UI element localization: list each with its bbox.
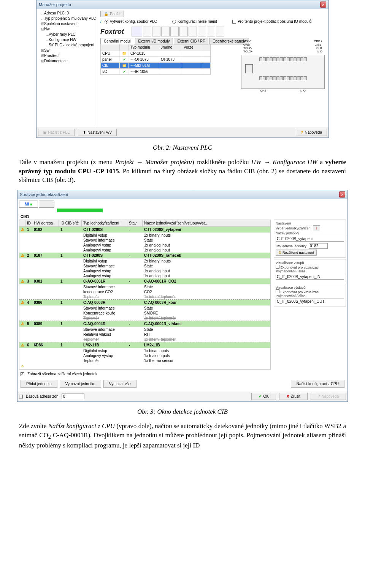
help-button[interactable]: ?Nápověda bbox=[296, 129, 327, 136]
export-checkbox[interactable] bbox=[276, 289, 279, 293]
show-all-checkbox[interactable]: ✓ bbox=[21, 372, 24, 376]
device-sub-row: Digitální vstup2x binary inputs bbox=[19, 233, 270, 238]
close-icon[interactable]: ✕ bbox=[320, 2, 326, 8]
settings-panel: Nastavení Výběr jednotky/zařízení ↑ Náze… bbox=[274, 220, 346, 370]
help-icon: ? bbox=[318, 394, 320, 398]
device-sub-row: Koncentrace kouřeSMOKE bbox=[19, 311, 270, 316]
up-button[interactable]: ↑ bbox=[313, 225, 320, 231]
device-sub-row: Analogový výstup1x triak outputs bbox=[19, 353, 270, 358]
folder-icon[interactable]: 📁 bbox=[122, 63, 127, 68]
tree-item[interactable]: Síť PLC - logické propojení bbox=[49, 43, 94, 47]
col-type: Typ modulu bbox=[129, 44, 159, 50]
device-row[interactable]: ⚠101821C-IT-0200S-C-IT-0200S_vytapeni bbox=[19, 227, 270, 233]
check-icon: ✓ bbox=[123, 70, 126, 74]
device-sub-row: Analogový vstup1x analog input bbox=[19, 248, 270, 253]
device-sub-row: Analogový vstup1x analog input bbox=[19, 243, 270, 248]
col-type: Typ jednotky/zařízení bbox=[82, 220, 127, 226]
warning-icon: ⚠ bbox=[21, 322, 24, 326]
tab-cib-rf[interactable]: Externí CIB / RF bbox=[174, 38, 208, 44]
io-icon: ⬍ bbox=[83, 130, 86, 134]
tab-external-io[interactable]: Externí I/O moduly bbox=[135, 38, 173, 44]
device-manager-window: Správce jednotek/zařízení ✕ MI ■ CIB1 ID… bbox=[17, 190, 348, 402]
info-icon: i bbox=[100, 19, 102, 24]
tab-mi[interactable]: MI ■ bbox=[19, 201, 38, 208]
device-sub-row: Analogový vstup1x analog input bbox=[19, 269, 270, 273]
advanced-settings-button[interactable]: ⚙Rozšířené nastavení bbox=[276, 250, 317, 256]
device-sub-row: Analogový vstup1x analog input bbox=[19, 273, 270, 278]
apply-button[interactable]: 🔒Použít bbox=[100, 11, 124, 17]
device-sub-row: Stavové informaceState bbox=[19, 285, 270, 289]
load-from-plc-button[interactable]: ▣Načíst z PLC bbox=[38, 129, 75, 136]
tree-item[interactable]: Společná nastavení bbox=[44, 22, 78, 26]
device-sub-row-disabled: Teploměr1x interní teploměr bbox=[19, 316, 270, 321]
cancel-button[interactable]: ✘Zrušit bbox=[279, 393, 308, 400]
device-row[interactable]: ⚠66D861LM2-11B-LM2-11B bbox=[19, 342, 270, 348]
progress-bar bbox=[57, 209, 103, 212]
help-button[interactable]: ?Nápověda bbox=[311, 393, 346, 400]
window-title: Manažer projektu bbox=[39, 2, 71, 7]
col-state: Stav bbox=[127, 220, 143, 226]
table-row-selected[interactable]: CIB 📁 ~~MI2-01M bbox=[101, 62, 210, 68]
delete-unit-button[interactable]: Vymazat jednotku bbox=[60, 380, 101, 388]
help-icon: ? bbox=[301, 130, 303, 134]
ok-button[interactable]: ✔OK bbox=[251, 393, 276, 400]
tree-item[interactable]: Výběr řady PLC bbox=[49, 32, 76, 36]
device-sub-row: Digitální vstup1x binar inputs bbox=[19, 348, 270, 353]
gear-icon: ⚙ bbox=[278, 251, 281, 254]
tree-item[interactable]: Typ připojení: Simulovaný PLC bbox=[44, 16, 96, 21]
table-row[interactable]: panel ✓ ~~OI-1073OI-1073 bbox=[101, 56, 210, 62]
window-footer: Bázová adresa zón ✔OK ✘Zrušit ?Nápověda bbox=[17, 391, 348, 401]
device-sub-row: Digitální vstup2x binary inputs bbox=[19, 259, 270, 264]
project-tree[interactable]: …Adresa PLC: 0 …Typ připojení: Simulovan… bbox=[36, 9, 97, 127]
figure-caption: Obr. 3: Okno detekce jednotek CIB bbox=[19, 407, 346, 416]
tree-item[interactable]: Sw bbox=[44, 48, 49, 52]
vis-inputs-label: Vizualizace vstupů bbox=[276, 261, 344, 265]
radio-create-config[interactable] bbox=[105, 20, 108, 24]
device-sub-row: Stavové informaceState bbox=[19, 306, 270, 311]
close-icon[interactable]: ✕ bbox=[339, 191, 345, 198]
warning-icon: ⚠ bbox=[21, 279, 24, 283]
unit-name-input[interactable] bbox=[276, 236, 344, 242]
add-unit-button[interactable]: Přidat jednotku bbox=[21, 380, 57, 388]
table-row[interactable]: I/O ✓ ~~IR-1056 bbox=[101, 68, 210, 74]
col-id: ID bbox=[25, 220, 32, 226]
base-address-checkbox[interactable] bbox=[19, 395, 23, 398]
alias-in-input[interactable] bbox=[276, 274, 344, 280]
table-row[interactable]: CPU 📁 CP-1015 bbox=[101, 50, 210, 56]
status-indicator-icon: ■ bbox=[30, 202, 32, 206]
document-text: Obr. 2: Nastavení PLC Dále v manažeru pr… bbox=[0, 138, 365, 190]
device-row[interactable]: ⚠303811C-AQ-0001R-C-AQ-0001R_CO2 bbox=[19, 278, 270, 285]
alias-out-input[interactable] bbox=[276, 299, 344, 304]
brand-label: Foxtrot bbox=[100, 28, 124, 36]
tree-item[interactable]: Prostředí bbox=[44, 54, 60, 58]
tab-empty[interactable] bbox=[39, 201, 54, 208]
tab-central[interactable]: Centrální modul bbox=[100, 38, 134, 44]
col-hw-address: HW adresa bbox=[32, 220, 59, 226]
device-row-empty: ⚠ bbox=[19, 363, 270, 369]
device-table: ID HW adresa ID CIB sítě Typ jednotky/za… bbox=[19, 220, 271, 370]
tree-item[interactable]: Adresa PLC: 0 bbox=[44, 11, 69, 15]
figure-caption: Obr. 2: Nastavení PLC bbox=[19, 143, 346, 152]
device-row[interactable]: ⚠403861C-AQ-0003R-C-AQ-0003R_kour bbox=[19, 300, 270, 306]
io-settings-button[interactable]: ⬍Nastavení V/V bbox=[78, 129, 117, 136]
device-row[interactable]: ⚠503891C-AQ-0004R-C-AQ-0004R_vlhkost bbox=[19, 321, 270, 327]
tree-item[interactable]: Hw bbox=[44, 27, 49, 31]
hw-address-input[interactable] bbox=[309, 243, 328, 249]
export-checkbox[interactable] bbox=[276, 265, 279, 269]
load-config-cpu-button[interactable]: Načíst konfiguraci z CPU bbox=[291, 380, 344, 388]
suppress-checkbox[interactable] bbox=[232, 20, 236, 24]
tree-item[interactable]: Konfigurace HW bbox=[49, 38, 76, 42]
col-name: Jméno bbox=[159, 44, 182, 50]
delete-all-button[interactable]: Vymazat vše bbox=[103, 380, 136, 388]
titlebar: Manažer projektu ✕ bbox=[36, 0, 328, 9]
module-table: Typ modulu Jméno Verze CPU 📁 CP-1015 pan… bbox=[100, 44, 211, 75]
folder-icon[interactable]: 📁 bbox=[122, 51, 127, 55]
device-sub-row: Stavové informaceState bbox=[19, 238, 270, 243]
tree-item[interactable]: Dokumentace bbox=[44, 59, 68, 63]
base-address-input[interactable] bbox=[62, 394, 84, 399]
radio-no-change[interactable] bbox=[172, 20, 176, 24]
device-row[interactable]: ⚠201871C-IT-0200S-C-IT-0200S_ramecek bbox=[19, 253, 270, 259]
col-cib-id: ID CIB sítě bbox=[59, 220, 82, 226]
ethernet-port-icon bbox=[245, 64, 253, 73]
device-sub-row: Stavové informaceState bbox=[19, 327, 270, 332]
